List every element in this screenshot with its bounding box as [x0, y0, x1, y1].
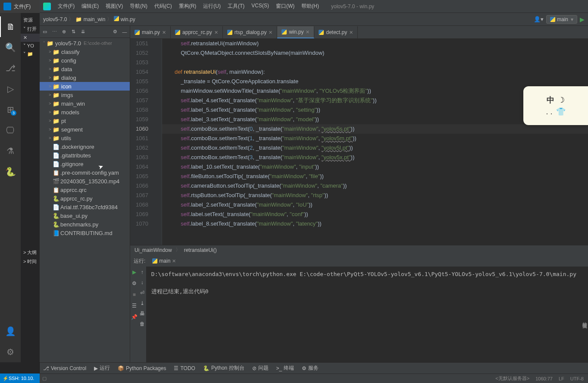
tree-item[interactable]: >📁data [40, 65, 130, 73]
tree-item[interactable]: 📄.gitignore [40, 160, 130, 168]
tree-item[interactable]: 📋apprcc.qrc [40, 185, 130, 194]
scroll-icon[interactable]: ⤓ [138, 299, 146, 307]
tree-item[interactable]: 📄.gitattributes [40, 151, 130, 160]
settings-icon[interactable]: ⚙ [112, 28, 119, 35]
project-tree[interactable]: ˅📁yolov5-7.0E:\code-other>📁classify>📁con… [40, 38, 130, 367]
bottom-tool-python-packages[interactable]: 📦Python Packages [118, 365, 166, 371]
tree-item[interactable]: 🐍base_ui.py [40, 211, 130, 220]
clear-icon[interactable]: 🗑 [138, 320, 146, 328]
tree-item[interactable]: 📋.pre-commit-config.yam [40, 168, 130, 177]
menu-item[interactable]: 编辑(E) [78, 3, 102, 10]
menu-item[interactable]: 导航(N) [126, 3, 151, 10]
tool-windows-icon[interactable]: ▢ [42, 376, 47, 381]
account-icon[interactable]: 👤 [0, 321, 21, 342]
tab-close-row[interactable]: ✕ [21, 34, 40, 42]
editor-tab[interactable]: apprcc_rc.py✕ [171, 26, 223, 38]
code-breadcrumb[interactable]: Ui_mainWindow 〉 retranslateUi() [130, 245, 588, 254]
menu-item[interactable]: 文件(F) [54, 3, 78, 10]
menu-item[interactable]: VCS(S) [248, 3, 272, 10]
run-tab-main[interactable]: main ✕ [149, 257, 179, 265]
encoding[interactable]: UTF-8 [570, 376, 584, 381]
tree-item[interactable]: >📁utils [40, 134, 130, 142]
menu-item[interactable]: 帮助(H) [298, 3, 322, 10]
bottom-tool-todo[interactable]: ☰TODO [174, 365, 195, 371]
menu-item[interactable]: 代码(C) [151, 3, 175, 10]
project-view-icon[interactable]: ▭ [41, 28, 48, 35]
code-content[interactable]: self.retranslateUi(mainWindow) QtCore.QM… [162, 39, 588, 245]
server-status[interactable]: <无默认服务器> [495, 375, 529, 382]
bottom-tool-终端[interactable]: >_终端 [276, 364, 294, 372]
source-control-icon[interactable]: ⎇ [0, 58, 21, 78]
menu-item[interactable]: 运行(U) [200, 3, 224, 10]
up-icon[interactable]: ↑ [138, 268, 146, 276]
tree-item[interactable]: >📁segment [40, 125, 130, 134]
tree-item[interactable]: >📁pt [40, 116, 130, 125]
remote-icon[interactable]: 🖵 [0, 120, 21, 141]
run-button[interactable]: ▶ [580, 16, 585, 23]
pin-icon[interactable]: 📌 [130, 313, 138, 321]
python-env-icon[interactable]: 🐍 [0, 161, 21, 182]
run-debug-icon[interactable]: ▷ [0, 78, 21, 99]
close-icon[interactable]: ✕ [162, 30, 166, 35]
expand-icon[interactable]: ⇅ [70, 28, 77, 35]
select-opened-icon[interactable]: ⋯ [51, 28, 58, 35]
fold-column[interactable] [156, 39, 162, 245]
cursor-position[interactable]: 1060:77 [535, 376, 553, 381]
breadcrumb[interactable]: yolov5-7.0〉 📁 main_win〉 win.py [43, 16, 135, 23]
code-editor[interactable]: 1051105210531054105510561057105810591060… [130, 39, 588, 245]
close-icon[interactable]: ✕ [349, 30, 353, 35]
outline-item[interactable]: > 大纲 [21, 248, 40, 257]
down-icon[interactable]: ↓ [138, 279, 146, 286]
settings-icon[interactable]: ⚙ [0, 342, 21, 362]
menu-item[interactable]: 工具(T) [224, 3, 248, 10]
tree-item[interactable]: >📁models [40, 108, 130, 116]
tree-item[interactable]: >📁icon [40, 82, 130, 91]
timeline-item[interactable]: > 时间 [21, 257, 40, 266]
bottom-tool-服务[interactable]: ⚙服务 [302, 364, 319, 372]
close-icon[interactable]: ✕ [269, 30, 272, 35]
hide-icon[interactable]: — [121, 28, 128, 35]
tree-item[interactable]: ˅ 📁 [21, 50, 40, 58]
editor-tab[interactable]: rtsp_dialog.py✕ [223, 26, 278, 38]
line-separator[interactable]: LF [559, 376, 564, 381]
rerun-icon[interactable]: ▶ [130, 268, 138, 276]
explorer-icon[interactable]: 🗎 [0, 16, 21, 37]
side-label[interactable]: 结构 收藏夹 [582, 318, 588, 367]
menu-item[interactable]: 视图(V) [102, 3, 126, 10]
editor-tab[interactable]: detect.py✕ [314, 26, 358, 38]
open-editors[interactable]: ˅ 打开 [21, 25, 40, 34]
dump-icon[interactable]: ☰ [130, 302, 138, 310]
tree-item[interactable]: ˅📁yolov5-7.0E:\code-other [40, 39, 130, 47]
folder-section[interactable]: ˅ YO [21, 42, 40, 50]
collapse-icon[interactable]: ⇊ [79, 28, 86, 35]
bottom-tool-运行[interactable]: ▶运行 [94, 364, 110, 372]
bottom-tool-问题[interactable]: ⊘问题 [252, 364, 269, 372]
tree-item[interactable]: 📄.dockerignore [40, 142, 130, 151]
menu-item[interactable]: 窗口(W) [272, 3, 298, 10]
bottom-tool-version-control[interactable]: ⎇Version Control [43, 365, 86, 371]
close-icon[interactable]: ✕ [172, 258, 176, 264]
run-config-selector[interactable]: main ▾ [546, 15, 577, 24]
tree-item[interactable]: 🎬20240305_135200.mp4 [40, 177, 130, 185]
print-icon[interactable]: 🖶 [138, 310, 146, 317]
locate-icon[interactable]: ⊕ [60, 28, 67, 35]
stop-icon[interactable]: ⚙ [130, 279, 138, 287]
stop-square-icon[interactable]: ■ [130, 291, 138, 298]
search-icon[interactable]: 🔍 [0, 37, 21, 58]
tree-item[interactable]: 📘CONTRIBUTING.md [40, 229, 130, 237]
tree-item[interactable]: 📄Arial.ttf.736bc7cfd9384 [40, 203, 130, 211]
tree-item[interactable]: >📁imgs [40, 91, 130, 99]
tree-item[interactable]: 🐍apprcc_rc.py [40, 194, 130, 203]
tree-item[interactable]: >📁dialog [40, 73, 130, 82]
console-output[interactable]: D:\software\anaconda3\envs\torch\python.… [146, 267, 582, 367]
editor-tab[interactable]: main.py✕ [130, 26, 171, 38]
tree-item[interactable]: >📁main_win [40, 99, 130, 108]
bottom-tool-python-控制台[interactable]: 🐍Python 控制台 [203, 364, 244, 372]
testing-icon[interactable]: ⚗ [0, 141, 21, 161]
editor-tab[interactable]: win.py✕ [277, 26, 314, 38]
add-config-icon[interactable]: 👤▾ [534, 16, 544, 22]
close-icon[interactable]: ✕ [214, 30, 218, 35]
close-icon[interactable]: ✕ [306, 29, 310, 35]
tree-item[interactable]: 🐍benchmarks.py [40, 220, 130, 229]
tree-item[interactable]: >📁config [40, 56, 130, 65]
